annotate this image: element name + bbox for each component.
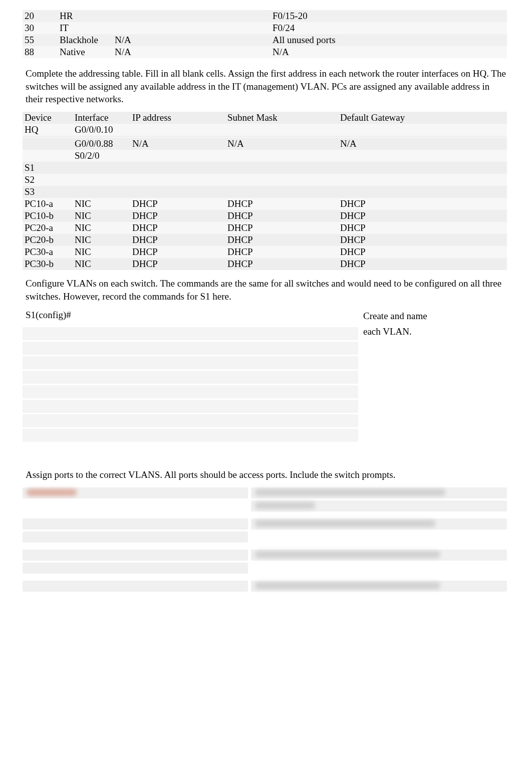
- command-input-line[interactable]: [23, 371, 358, 384]
- table-row: 88 Native N/A N/A: [23, 46, 507, 58]
- config-section: S1(config)# Create and name each VLAN.: [23, 309, 507, 443]
- cell-device: [23, 150, 73, 162]
- cell-ip: [130, 150, 225, 162]
- blurred-note-line: [251, 518, 507, 530]
- cell-device: PC20-a: [23, 222, 73, 234]
- cell-device: PC20-b: [23, 234, 73, 246]
- cell-ip: DHCP: [130, 246, 225, 258]
- command-input-line[interactable]: [23, 400, 358, 413]
- cell-gw: DHCP: [338, 246, 507, 258]
- vlan-ports: N/A: [271, 46, 507, 58]
- col-ip: IP address: [130, 112, 225, 124]
- blurred-note-line: [251, 500, 507, 511]
- cell-ip: [130, 174, 225, 186]
- table-header-row: Device Interface IP address Subnet Mask …: [23, 112, 507, 124]
- vlan-id: 20: [23, 10, 58, 22]
- blurred-input-line: [23, 550, 248, 561]
- table-row: PC20-a NIC DHCP DHCP DHCP: [23, 222, 507, 234]
- cell-interface: G0/0/0.88: [73, 138, 130, 150]
- cell-interface: NIC: [73, 234, 130, 246]
- blurred-input-line: [23, 487, 248, 498]
- vlan-name: HR: [58, 10, 113, 22]
- cell-ip: DHCP: [130, 234, 225, 246]
- cell-gw: [338, 150, 507, 162]
- cell-interface: NIC: [73, 258, 130, 270]
- command-input-line[interactable]: [23, 385, 358, 398]
- cell-interface: [73, 174, 130, 186]
- cell-mask: [225, 162, 338, 174]
- cell-mask: DHCP: [225, 246, 338, 258]
- config-note-line1: Create and name: [363, 309, 507, 324]
- blurred-note-line: [251, 487, 507, 498]
- table-row: 20 HR F0/15-20: [23, 10, 507, 22]
- command-input-line[interactable]: [23, 429, 358, 442]
- vlan-ports: All unused ports: [271, 34, 507, 46]
- cell-mask: [225, 174, 338, 186]
- cell-mask: DHCP: [225, 222, 338, 234]
- cell-interface: NIC: [73, 222, 130, 234]
- vlan-col3: [113, 10, 271, 22]
- vlan-col3: N/A: [113, 34, 271, 46]
- command-input-line[interactable]: [23, 342, 358, 355]
- table-row: PC10-a NIC DHCP DHCP DHCP: [23, 198, 507, 210]
- vlan-name: IT: [58, 22, 113, 34]
- cell-gw: N/A: [338, 138, 507, 150]
- cell-gw: DHCP: [338, 210, 507, 222]
- cell-ip: DHCP: [130, 198, 225, 210]
- blurred-input-line: [23, 581, 248, 592]
- cell-device: S1: [23, 162, 73, 174]
- cell-interface: S0/2/0: [73, 150, 130, 162]
- paragraph-addressing-instructions: Complete the addressing table. Fill in a…: [26, 67, 507, 106]
- vlan-id: 55: [23, 34, 58, 46]
- command-input-line[interactable]: [23, 327, 358, 340]
- table-row: PC10-b NIC DHCP DHCP DHCP: [23, 210, 507, 222]
- table-row: PC30-b NIC DHCP DHCP DHCP: [23, 258, 507, 270]
- table-row: S3: [23, 186, 507, 198]
- vlan-name: Blackhole: [58, 34, 113, 46]
- cell-mask: [225, 150, 338, 162]
- cell-mask: DHCP: [225, 258, 338, 270]
- cell-mask: DHCP: [225, 210, 338, 222]
- cell-interface: NIC: [73, 198, 130, 210]
- blurred-note-line: [251, 581, 507, 592]
- cell-ip: [130, 162, 225, 174]
- col-mask: Subnet Mask: [225, 112, 338, 124]
- config-note-line2: each VLAN.: [363, 324, 507, 339]
- vlan-col3: N/A: [113, 46, 271, 58]
- cell-mask: DHCP: [225, 234, 338, 246]
- table-row: G0/0/0.88 N/A N/A N/A: [23, 138, 507, 150]
- config-commands-area: S1(config)#: [23, 309, 358, 443]
- cell-ip: N/A: [130, 138, 225, 150]
- table-row: PC20-b NIC DHCP DHCP DHCP: [23, 234, 507, 246]
- vlan-ports: F0/15-20: [271, 10, 507, 22]
- cell-gw: DHCP: [338, 234, 507, 246]
- cell-gw: [338, 174, 507, 186]
- blurred-answer-section: [23, 487, 507, 594]
- table-row: HQ G0/0/0.10: [23, 124, 507, 136]
- vlan-ports: F0/24: [271, 22, 507, 34]
- cell-mask: N/A: [225, 138, 338, 150]
- cell-mask: DHCP: [225, 198, 338, 210]
- vlan-table: 20 HR F0/15-20 30 IT F0/24 55 Blackhole …: [23, 10, 507, 58]
- table-row: PC30-a NIC DHCP DHCP DHCP: [23, 246, 507, 258]
- cell-interface: NIC: [73, 210, 130, 222]
- col-device: Device: [23, 112, 73, 124]
- cell-gw: DHCP: [338, 198, 507, 210]
- cell-mask: [225, 124, 338, 136]
- cell-device: HQ: [23, 124, 73, 136]
- cell-device: S3: [23, 186, 73, 198]
- table-row: 55 Blackhole N/A All unused ports: [23, 34, 507, 46]
- addressing-table: Device Interface IP address Subnet Mask …: [23, 112, 507, 270]
- cell-ip: [130, 186, 225, 198]
- blurred-note-line: [251, 550, 507, 561]
- command-input-line[interactable]: [23, 414, 358, 427]
- table-row: S1: [23, 162, 507, 174]
- cell-device: PC30-a: [23, 246, 73, 258]
- cell-mask: [225, 186, 338, 198]
- command-input-line[interactable]: [23, 356, 358, 369]
- cell-interface: NIC: [73, 246, 130, 258]
- cell-interface: [73, 162, 130, 174]
- cell-gw: [338, 124, 507, 136]
- cell-ip: [130, 124, 225, 136]
- cell-ip: DHCP: [130, 258, 225, 270]
